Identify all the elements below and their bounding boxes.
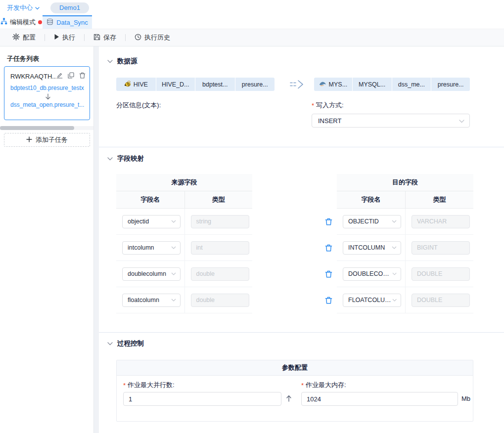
source-table-title: 来源字段 [116,174,252,191]
target-segment-label: MYSQL... [359,81,385,88]
table-row: INTCOLUMN BIGINT [337,235,473,261]
tab-bar: 编辑模式 Data_Sync [0,15,504,29]
target-type-field: DOUBLE [412,267,470,281]
project-tag[interactable]: Demo1 [50,2,89,13]
history-button[interactable]: 执行历史 [135,33,170,42]
sidebar-gutter [94,46,99,433]
write-mode-value: INSERT [318,117,341,125]
source-datasource-group[interactable]: HIVE HIVE_D... bdptest... presure... [116,78,275,91]
write-mode-select[interactable]: INSERT [312,114,470,128]
source-segment: HIVE [116,78,156,91]
chevron-down-icon [35,4,40,11]
partition-label: 分区信息(文本): [116,101,161,110]
main-panel: 数据源 HIVE HIVE_D... bdptest... [99,46,504,433]
hierarchy-icon [0,18,7,26]
target-field-select[interactable]: INTCOLUMN [343,241,401,255]
required-marker: * [123,382,126,389]
config-button[interactable]: 配置 [12,33,36,42]
source-type-field: string [191,215,249,228]
target-segment: presure... [431,78,470,91]
target-segment-label: dss_me... [398,81,425,88]
max-memory-label: * 作业最大内存: [301,381,346,390]
target-datasource-group[interactable]: MYS... MYSQL... dss_me... presure... [314,78,470,91]
collapse-chevron-icon[interactable] [107,157,113,161]
source-field-select[interactable]: floatcolumn [122,294,181,307]
subtask-name: RWKRAAQTH... [10,73,56,80]
memory-unit: Mb [461,395,470,402]
delete-row-icon[interactable] [325,297,332,304]
add-subtask-label: 添加子任务 [36,135,68,144]
mysql-icon [319,81,326,88]
edit-icon[interactable] [56,72,63,80]
source-segment-label: HIVE_D... [162,81,189,88]
delete-row-icon[interactable] [325,244,332,252]
target-segment: dss_me... [392,78,431,91]
max-memory-input[interactable] [301,392,458,406]
clock-icon [135,34,141,42]
delete-row-icon[interactable] [325,270,332,278]
save-icon [93,34,100,42]
target-segment-label: MYS... [329,81,348,88]
gear-icon [12,33,20,42]
field-mapping-section-title: 字段映射 [117,154,144,163]
app-window: 开发中心 Demo1 编辑模式 [0,0,504,433]
max-parallel-input[interactable] [123,392,281,406]
collapse-chevron-icon[interactable] [107,342,113,346]
source-field-select[interactable]: intcolumn [122,241,181,255]
tab-data-sync[interactable]: Data_Sync [43,15,92,29]
source-segment-label: presure... [242,81,268,88]
source-field-select[interactable]: objectid [122,215,181,228]
target-field-select[interactable]: OBJECTID [343,215,401,228]
toolbar: 配置 执行 保存 [0,29,504,46]
table-row: FLOATCOLUMN DOUBLE [337,287,473,313]
edit-mode-label: 编辑模式 [10,18,36,27]
stepper-up-icon[interactable] [286,395,292,402]
unsaved-dot [38,20,42,24]
process-control-section-header: 过程控制 [107,339,144,348]
table-row: doublecolumn double [116,261,252,287]
field-mapping-section-header: 字段映射 [107,154,144,163]
play-icon [54,34,59,42]
column-header-type: 类型 [405,191,473,208]
source-segment: HIVE_D... [156,78,195,91]
config-label: 配置 [23,33,36,42]
subtask-sidebar: 子任务列表 RWKRAAQTH... [0,46,94,433]
target-segment-label: presure... [438,81,464,88]
source-type-field: int [191,241,249,255]
target-segment: MYSQL... [353,78,392,91]
content: 子任务列表 RWKRAAQTH... [0,46,504,433]
delete-row-icon[interactable] [325,218,332,225]
run-label: 执行 [62,33,75,42]
source-field-select[interactable]: doublecolumn [122,267,181,281]
add-subtask-button[interactable]: 添加子任务 [4,133,90,147]
table-row: floatcolumn double [116,287,252,313]
source-segment-label: bdptest... [202,81,228,88]
save-button[interactable]: 保存 [93,33,116,42]
edit-mode-toggle[interactable]: 编辑模式 [0,15,43,29]
toolbar-divider [125,34,126,41]
target-field-select[interactable]: FLOATCOLUMN [343,294,401,307]
sidebar-scrollbar-thumb[interactable] [0,126,74,130]
flow-arrow-icon [289,79,304,90]
process-control-section-title: 过程控制 [117,339,144,348]
required-marker: * [312,102,314,109]
datasource-section-title: 数据源 [117,57,137,66]
table-row: OBJECTID VARCHAR [337,209,473,235]
column-header-name: 字段名 [337,191,405,208]
max-parallel-label: * 作业最大并行数: [123,381,175,390]
workspace-switcher[interactable]: 开发中心 [7,3,40,12]
field-mapping-area: 来源字段 字段名 类型 objectid string intcolumn in… [99,174,504,313]
table-row: DOUBLECOLU... DOUBLE [337,261,473,287]
delete-icon[interactable] [79,72,86,80]
collapse-chevron-icon[interactable] [107,60,113,63]
parameter-config-title: 参数配置 [117,360,473,376]
subtask-card[interactable]: RWKRAAQTH... [4,66,90,120]
run-button[interactable]: 执行 [54,33,75,42]
section-divider [99,147,504,147]
hive-icon [124,81,131,88]
copy-icon[interactable] [68,72,74,80]
write-mode-label: * 写入方式: [312,101,344,110]
plus-icon [26,136,32,144]
target-field-select[interactable]: DOUBLECOLU... [343,267,401,281]
table-row: objectid string [116,209,252,235]
